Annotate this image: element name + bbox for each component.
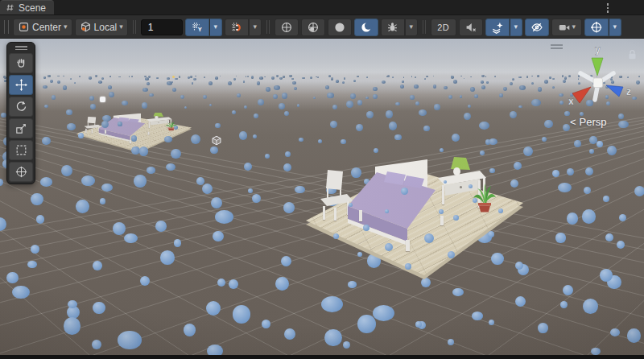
draw-mode-wireframe-button[interactable]	[275, 19, 299, 36]
eye-slash-icon	[530, 21, 543, 34]
tools-overlay-handle[interactable]	[9, 44, 33, 52]
distant-marker-icon[interactable]	[172, 76, 175, 78]
z-axis-label: z	[626, 86, 631, 97]
x-axis-label: x	[568, 96, 574, 107]
shaded-sphere-icon	[333, 21, 346, 34]
pivot-mode-label: Center	[32, 22, 61, 33]
draw-mode-shaded-wireframe-button[interactable]	[301, 19, 325, 36]
transform-icon	[14, 165, 28, 179]
kebab-menu-icon[interactable]	[603, 2, 613, 14]
chevron-down-icon: ▾	[613, 23, 617, 31]
gizmos-dropdown[interactable]: ▾	[609, 19, 621, 36]
rect-tool[interactable]	[9, 140, 33, 160]
rotate-tool[interactable]	[9, 97, 33, 117]
grid-icon	[6, 3, 14, 12]
gizmo-center-cube[interactable]	[593, 78, 603, 88]
projection-prefix: <	[570, 116, 576, 128]
draw-mode-shaded-button[interactable]	[328, 19, 352, 36]
scene-lighting-button[interactable]	[354, 19, 378, 36]
x-axis-cone[interactable]	[572, 87, 591, 103]
toolbar-separator	[133, 20, 136, 34]
pivot-mode-button[interactable]: Center ▾	[13, 19, 72, 36]
toolbar-separator	[266, 20, 270, 34]
hand-icon	[14, 56, 28, 70]
toolbar-drag-handle[interactable]	[4, 20, 9, 34]
chevron-down-icon: ▾	[410, 23, 414, 31]
projection-label: Persp	[580, 116, 607, 128]
chevron-down-icon: ▾	[64, 23, 68, 31]
audio-muted-icon	[464, 21, 477, 34]
scene-toolbar: Center ▾ Local ▾ Y ▾	[0, 16, 644, 39]
tab-bar: Scene	[0, 0, 644, 15]
chevron-down-icon: ▾	[514, 23, 518, 31]
chevron-down-icon: ▾	[214, 23, 218, 31]
gizmo-sprites	[0, 39, 644, 355]
grid-visibility-dropdown[interactable]: ▾	[209, 19, 222, 36]
grid-visibility-button[interactable]: Y	[185, 19, 209, 36]
transform-tool[interactable]	[9, 162, 33, 182]
grid-snapping-button[interactable]	[225, 19, 249, 36]
mode-2d-button[interactable]: 2D	[431, 19, 456, 36]
tab-label: Scene	[19, 2, 46, 14]
tools-overlay	[6, 42, 35, 184]
audio-toggle-button[interactable]	[459, 19, 483, 36]
move-icon	[14, 78, 28, 92]
grid-axis-y-icon: Y	[191, 21, 203, 33]
rotation-mode-label: Local	[94, 22, 118, 33]
bottom-border	[0, 355, 644, 359]
snap-increment-input[interactable]	[141, 19, 183, 35]
hidden-objects-button[interactable]	[525, 19, 549, 36]
debug-dropdown[interactable]: ▾	[405, 19, 418, 36]
y-axis-cone[interactable]	[592, 58, 603, 76]
z-axis-cone[interactable]	[606, 85, 623, 97]
move-tool[interactable]	[9, 75, 33, 95]
gizmo-sphere-icon	[590, 21, 603, 34]
debug-bug-icon	[386, 21, 398, 33]
rotation-local-icon	[80, 21, 92, 33]
orientation-gizmo[interactable]: y x z	[562, 43, 638, 109]
pivot-center-icon	[18, 21, 30, 33]
rotate-icon	[14, 100, 28, 113]
scale-tool[interactable]	[9, 118, 33, 138]
shaded-wireframe-icon	[307, 21, 320, 34]
scene-viewport[interactable]: y x z < Persp	[0, 39, 644, 355]
prefab-cube-icon[interactable]	[211, 135, 222, 146]
rotation-mode-button[interactable]: Local ▾	[75, 19, 128, 36]
gizmos-button[interactable]	[584, 19, 609, 36]
light-gizmo-icon[interactable]	[100, 97, 105, 102]
effects-star-icon	[491, 21, 504, 34]
effects-combo: ▾	[485, 19, 522, 36]
toolbar-separator	[423, 20, 426, 34]
scene-window: Scene Center ▾ Local ▾	[0, 0, 644, 359]
tab-scene[interactable]: Scene	[0, 0, 54, 14]
projection-toggle[interactable]: < Persp	[570, 116, 607, 128]
chevron-down-icon: ▾	[572, 23, 576, 31]
grid-visibility-combo: Y ▾	[185, 19, 222, 36]
wireframe-sphere-icon	[280, 21, 293, 34]
camera-icon	[558, 21, 571, 34]
view-hand-tool[interactable]	[9, 53, 33, 73]
effects-button[interactable]	[485, 19, 510, 36]
y-axis-label: y	[595, 44, 601, 56]
lighting-moon-icon	[360, 21, 373, 34]
orientation-overlay-handle[interactable]	[551, 44, 563, 50]
scale-icon	[14, 122, 28, 135]
debug-combo: ▾	[381, 19, 418, 36]
effects-dropdown[interactable]: ▾	[510, 19, 522, 36]
rect-icon	[14, 143, 28, 157]
grid-snapping-combo: ▾	[225, 19, 262, 36]
lock-icon[interactable]	[627, 48, 638, 60]
camera-settings-button[interactable]: ▾	[551, 19, 582, 36]
debug-button[interactable]	[381, 19, 405, 36]
mode-2d-label: 2D	[437, 23, 449, 32]
snap-magnet-icon	[230, 21, 242, 33]
grid-snapping-dropdown[interactable]: ▾	[249, 19, 262, 36]
chevron-down-icon: ▾	[119, 23, 123, 31]
chevron-down-icon: ▾	[254, 23, 258, 31]
gizmos-combo: ▾	[584, 19, 621, 36]
svg-text:Y: Y	[198, 26, 202, 33]
